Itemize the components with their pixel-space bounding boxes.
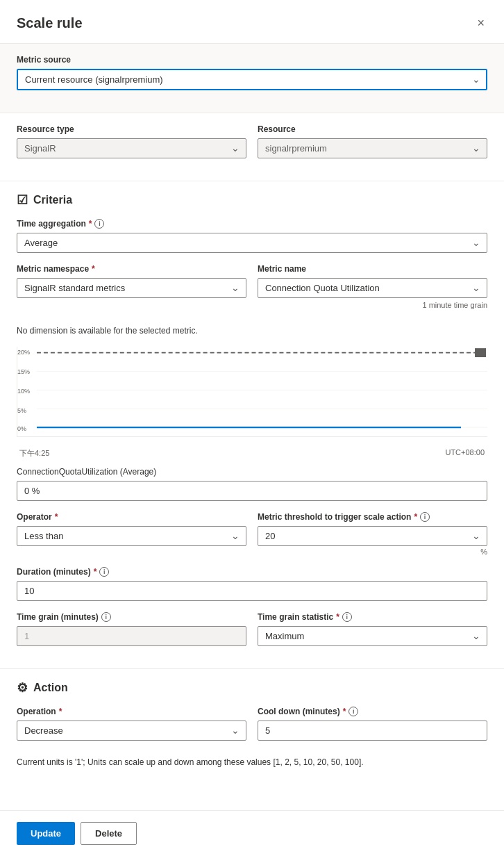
svg-text:0%: 0%: [17, 425, 26, 432]
operation-cooldown-row: Operation * Decrease Increase Change cou…: [17, 707, 487, 752]
metric-namespace-group: Metric namespace * SignalR standard metr…: [17, 264, 246, 309]
metric-name-group: Metric name Connection Quota Utilization…: [258, 264, 487, 309]
operator-required: *: [55, 512, 58, 522]
cool-down-input[interactable]: [258, 721, 487, 741]
criteria-icon: ☑: [17, 192, 28, 208]
duration-required: *: [94, 567, 97, 577]
time-grain-statistic-info-icon[interactable]: i: [342, 612, 352, 622]
chart-time-label: 下午4:25: [19, 448, 49, 459]
operator-label: Operator *: [17, 512, 246, 522]
metric-namespace-dropdown-wrapper: SignalR standard metrics: [17, 278, 246, 298]
metric-name-dropdown[interactable]: Connection Quota Utilization: [258, 278, 487, 298]
metric-namespace-required: *: [92, 264, 95, 274]
close-button[interactable]: ×: [474, 14, 487, 32]
metric-namespace-row: Metric namespace * SignalR standard metr…: [17, 264, 487, 320]
svg-rect-12: [475, 348, 486, 357]
operation-dropdown[interactable]: Decrease Increase Change count to: [17, 721, 246, 741]
duration-group: Duration (minutes) * i: [17, 567, 487, 601]
resource-dropdown[interactable]: signalrpremium: [258, 138, 487, 158]
duration-input[interactable]: [17, 581, 487, 601]
operator-threshold-row: Operator * Less than Greater than Equal …: [17, 512, 487, 567]
cool-down-label: Cool down (minutes) * i: [258, 707, 487, 716]
metric-name-label: Metric name: [258, 264, 487, 274]
operator-threshold-grid: Operator * Less than Greater than Equal …: [17, 512, 487, 567]
chart-svg: 20% 15% 10% 5% 0%: [17, 347, 487, 436]
metric-threshold-group: Metric threshold to trigger scale action…: [258, 512, 487, 556]
action-header: ⚙ Action: [17, 680, 487, 696]
metric-source-dropdown[interactable]: Current resource (signalrpremium): [17, 69, 487, 90]
time-grain-statistic-dropdown[interactable]: Maximum Minimum Average Sum: [258, 626, 487, 646]
footer: Update Delete: [0, 810, 504, 856]
panel-header: Scale rule ×: [0, 0, 504, 44]
time-grain-minutes-input: [17, 626, 246, 646]
operator-dropdown[interactable]: Less than Greater than Equal to: [17, 526, 246, 546]
time-grain-statistic-group: Time grain statistic * i Maximum Minimum…: [258, 612, 487, 646]
chart-area: 20% 15% 10% 5% 0%: [17, 347, 487, 437]
metric-threshold-info-icon[interactable]: i: [420, 512, 430, 522]
time-aggregation-info-icon[interactable]: i: [94, 219, 104, 229]
metric-threshold-label: Metric threshold to trigger scale action…: [258, 512, 487, 522]
action-icon: ⚙: [17, 680, 28, 696]
cool-down-group: Cool down (minutes) * i: [258, 707, 487, 741]
operator-dropdown-wrapper: Less than Greater than Equal to: [17, 526, 246, 546]
resource-dropdown-wrapper: signalrpremium: [258, 138, 487, 158]
scale-info: Current units is '1'; Units can scale up…: [17, 757, 487, 767]
time-aggregation-label: Time aggregation * i: [17, 219, 487, 229]
svg-text:5%: 5%: [17, 406, 26, 413]
resource-section: Resource type SignalR Resource signalrpr…: [0, 113, 504, 181]
time-aggregation-dropdown[interactable]: Average Min Max Sum: [17, 233, 487, 253]
resource-type-group: Resource type SignalR: [17, 124, 246, 158]
time-grain-note: 1 minute time grain: [258, 301, 487, 309]
time-aggregation-dropdown-wrapper: Average Min Max Sum: [17, 233, 487, 253]
action-title: Action: [33, 682, 68, 694]
metric-threshold-unit: %: [258, 548, 487, 556]
metric-source-dropdown-wrapper: Current resource (signalrpremium): [17, 69, 487, 90]
resource-label: Resource: [258, 124, 487, 134]
resource-type-label: Resource type: [17, 124, 246, 134]
chart-time-row: 下午4:25 UTC+08:00: [17, 448, 487, 459]
resource-type-dropdown-wrapper: SignalR: [17, 138, 246, 158]
time-grain-row: Time grain (minutes) i Time grain statis…: [17, 612, 487, 657]
scale-rule-panel: Scale rule × Metric source Current resou…: [0, 0, 504, 856]
metric-name-dropdown-wrapper: Connection Quota Utilization: [258, 278, 487, 298]
criteria-title: Criteria: [33, 194, 72, 206]
cool-down-required: *: [343, 707, 346, 716]
time-grain-minutes-label: Time grain (minutes) i: [17, 612, 246, 622]
panel-title: Scale rule: [17, 15, 83, 31]
metric-threshold-dropdown-wrapper: 20: [258, 526, 487, 546]
operation-label: Operation *: [17, 707, 246, 716]
metric-namespace-dropdown[interactable]: SignalR standard metrics: [17, 278, 246, 298]
time-grain-minutes-group: Time grain (minutes) i: [17, 612, 246, 646]
svg-text:15%: 15%: [17, 368, 30, 374]
connection-quota-label: ConnectionQuotaUtilization (Average): [17, 467, 487, 477]
delete-button[interactable]: Delete: [81, 822, 137, 845]
action-section: ⚙ Action Operation * Decrease Increase C…: [0, 669, 504, 778]
metric-threshold-dropdown[interactable]: 20: [258, 526, 487, 546]
resource-type-dropdown[interactable]: SignalR: [17, 138, 246, 158]
chart-utc-label: UTC+08:00: [445, 448, 485, 459]
time-aggregation-group: Time aggregation * i Average Min Max Sum: [17, 219, 487, 253]
operation-required: *: [59, 707, 62, 716]
no-dimension-message: No dimension is available for the select…: [17, 326, 487, 336]
metric-source-label: Metric source: [17, 55, 487, 65]
criteria-section: ☑ Criteria Time aggregation * i Average …: [0, 181, 504, 668]
resource-row: Resource type SignalR Resource signalrpr…: [17, 124, 487, 170]
duration-label: Duration (minutes) * i: [17, 567, 487, 577]
time-aggregation-required: *: [89, 219, 92, 229]
cool-down-info-icon[interactable]: i: [348, 707, 358, 716]
time-grain-minutes-info-icon[interactable]: i: [101, 612, 111, 622]
connection-quota-group: ConnectionQuotaUtilization (Average): [17, 467, 487, 501]
criteria-header: ☑ Criteria: [17, 192, 487, 208]
operation-dropdown-wrapper: Decrease Increase Change count to: [17, 721, 246, 741]
operator-group: Operator * Less than Greater than Equal …: [17, 512, 246, 556]
metric-threshold-required: *: [414, 512, 417, 522]
operation-group: Operation * Decrease Increase Change cou…: [17, 707, 246, 741]
time-grain-statistic-dropdown-wrapper: Maximum Minimum Average Sum: [258, 626, 487, 646]
connection-quota-input[interactable]: [17, 481, 487, 501]
svg-text:20%: 20%: [17, 348, 30, 355]
resource-group: Resource signalrpremium: [258, 124, 487, 158]
metric-namespace-label: Metric namespace *: [17, 264, 246, 274]
update-button[interactable]: Update: [17, 822, 75, 845]
time-grain-statistic-required: *: [336, 612, 339, 622]
duration-info-icon[interactable]: i: [99, 567, 109, 577]
